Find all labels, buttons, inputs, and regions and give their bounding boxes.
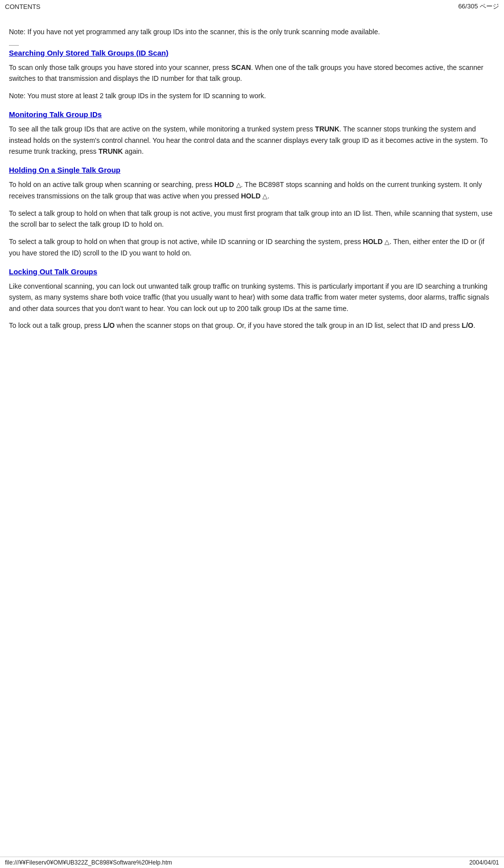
id-scan-p2: Note: You must store at least 2 talk gro… [9, 90, 495, 101]
heading-monitoring[interactable]: Monitoring Talk Group IDs [9, 110, 102, 119]
locking-p2: To lock out a talk group, press L/O when… [9, 320, 495, 331]
holding-p1: To hold on an active talk group when sca… [9, 179, 495, 202]
heading-locking[interactable]: Locking Out Talk Groups [9, 267, 97, 276]
section-id-scan: Searching Only Stored Talk Groups (ID Sc… [9, 45, 495, 101]
heading-holding[interactable]: Holding On a Single Talk Group [9, 166, 121, 174]
section-body-locking: Like conventional scanning, you can lock… [9, 281, 495, 331]
id-scan-p1: To scan only those talk groups you have … [9, 62, 495, 84]
section-body-holding: To hold on an active talk group when sca… [9, 179, 495, 258]
bottom-date: 2004/04/01 [469, 859, 499, 866]
monitoring-p1: To see all the talk group IDs that are a… [9, 124, 495, 157]
intro-note: Note: If you have not yet programmed any… [9, 23, 495, 37]
holding-p3: To select a talk group to hold on when t… [9, 236, 495, 258]
heading-id-scan[interactable]: Searching Only Stored Talk Groups (ID Sc… [9, 49, 168, 57]
section-body-id-scan: To scan only those talk groups you have … [9, 62, 495, 101]
section-body-monitoring: To see all the talk group IDs that are a… [9, 124, 495, 157]
contents-label: CONTENTS [5, 3, 41, 10]
holding-p2: To select a talk group to hold on when t… [9, 208, 495, 230]
section-divider-1 [9, 45, 19, 46]
section-monitoring: Monitoring Talk Group IDs To see all the… [9, 110, 495, 157]
bottom-url: file:///¥¥Fileserv0¥OM¥UB322Z_BC898¥Soft… [5, 859, 172, 866]
section-locking: Locking Out Talk Groups Like conventiona… [9, 267, 495, 331]
section-holding: Holding On a Single Talk Group To hold o… [9, 166, 495, 258]
locking-p1: Like conventional scanning, you can lock… [9, 281, 495, 314]
bottom-bar: file:///¥¥Fileserv0¥OM¥UB322Z_BC898¥Soft… [0, 857, 504, 868]
page-info: 66/305 ページ [458, 2, 499, 11]
